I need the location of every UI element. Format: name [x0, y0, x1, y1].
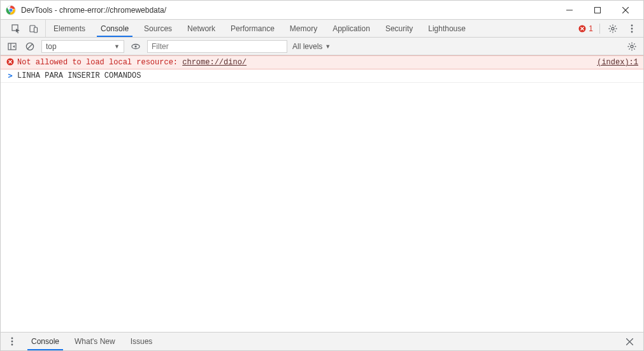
console-input-row[interactable]: > LINHA PARA INSERIR COMANDOS: [1, 69, 643, 83]
window-titlebar: DevTools - chrome-error://chromewebdata/: [1, 1, 643, 20]
svg-point-28: [11, 338, 13, 340]
tab-lighthouse[interactable]: Lighthouse: [420, 20, 473, 37]
error-count-badge[interactable]: 1: [578, 24, 593, 33]
error-message: Not allowed to load local resource: chro…: [17, 58, 589, 67]
svg-rect-9: [34, 27, 38, 32]
svg-point-30: [11, 344, 13, 346]
svg-point-16: [631, 31, 633, 32]
main-tabbar: ElementsConsoleSourcesNetworkPerformance…: [1, 20, 643, 38]
tab-sources[interactable]: Sources: [136, 20, 180, 37]
window-title: DevTools - chrome-error://chromewebdata/: [21, 6, 166, 15]
drawer-tab-issues[interactable]: Issues: [123, 333, 161, 350]
context-value: top: [46, 42, 57, 51]
drawer-tab-console[interactable]: Console: [24, 333, 67, 350]
more-menu-icon[interactable]: [626, 22, 638, 35]
error-count: 1: [589, 24, 593, 33]
svg-point-15: [631, 27, 633, 29]
tab-memory[interactable]: Memory: [282, 20, 325, 37]
svg-point-13: [612, 27, 614, 30]
filter-input[interactable]: [147, 40, 287, 53]
log-levels-selector[interactable]: All levels ▼: [292, 42, 331, 51]
drawer-tab-what-s-new[interactable]: What's New: [67, 333, 123, 350]
console-input-text[interactable]: LINHA PARA INSERIR COMANDOS: [17, 71, 638, 80]
svg-line-21: [27, 44, 32, 49]
svg-rect-4: [595, 7, 601, 13]
separator: [599, 24, 600, 34]
svg-point-24: [631, 45, 633, 48]
live-expression-icon[interactable]: [129, 40, 142, 53]
chevron-down-icon: ▼: [114, 43, 120, 50]
settings-gear-icon[interactable]: [606, 22, 619, 35]
chrome-icon: [6, 5, 16, 15]
console-sidebar-toggle-icon[interactable]: [6, 40, 18, 53]
tab-application[interactable]: Application: [325, 20, 378, 37]
tab-performance[interactable]: Performance: [223, 20, 282, 37]
drawer-close-icon[interactable]: [623, 335, 636, 348]
error-icon: [578, 25, 586, 32]
close-button[interactable]: [612, 1, 640, 19]
console-log-pane[interactable]: Not allowed to load local resource: chro…: [1, 55, 643, 332]
log-levels-label: All levels: [292, 42, 322, 51]
prompt-chevron-icon: >: [6, 71, 15, 80]
tab-elements[interactable]: Elements: [46, 20, 93, 37]
error-icon: [6, 58, 15, 66]
console-toolbar: top ▼ All levels ▼: [1, 38, 643, 55]
svg-marker-19: [13, 45, 15, 48]
tab-console[interactable]: Console: [93, 20, 136, 37]
console-settings-gear-icon[interactable]: [626, 40, 638, 53]
tab-security[interactable]: Security: [378, 20, 420, 37]
maximize-button[interactable]: [583, 1, 612, 19]
drawer-more-menu-icon[interactable]: [6, 335, 18, 348]
error-source-link[interactable]: (index):1: [597, 58, 638, 67]
inspect-icon[interactable]: [10, 22, 22, 35]
svg-rect-17: [8, 43, 16, 50]
device-toggle-icon[interactable]: [27, 22, 40, 35]
error-resource-link[interactable]: chrome://dino/: [182, 58, 247, 67]
svg-point-23: [134, 45, 136, 47]
svg-point-29: [11, 341, 13, 343]
clear-console-icon[interactable]: [24, 40, 36, 53]
tab-network[interactable]: Network: [180, 20, 223, 37]
context-selector[interactable]: top ▼: [41, 40, 124, 53]
console-error-row[interactable]: Not allowed to load local resource: chro…: [1, 55, 643, 69]
drawer-tabbar: ConsoleWhat's NewIssues: [1, 332, 643, 350]
minimize-button[interactable]: [555, 1, 583, 19]
chevron-down-icon: ▼: [325, 43, 331, 50]
svg-point-14: [631, 24, 633, 26]
